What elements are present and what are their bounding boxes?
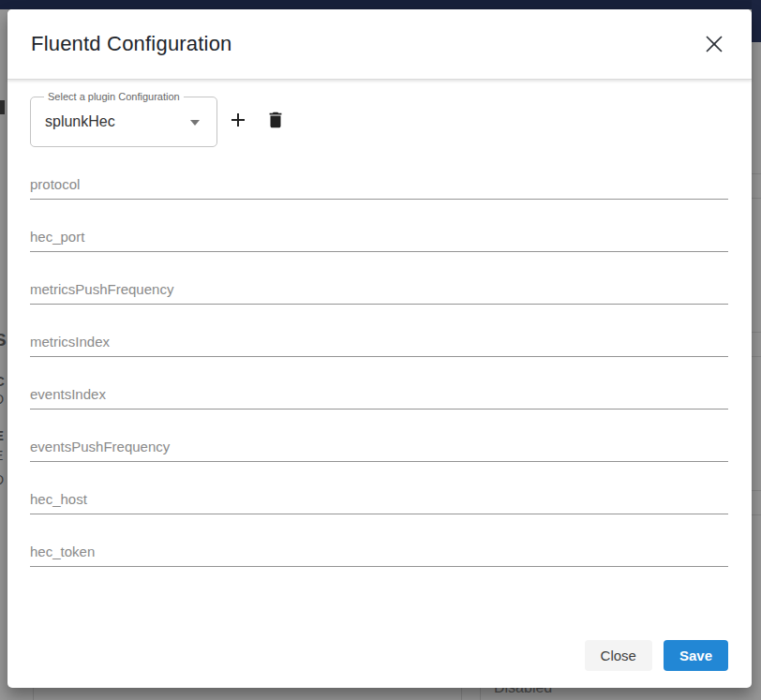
background-table-line [752, 356, 761, 357]
background-text-fragment: D [0, 392, 4, 407]
field-metrics-push-frequency [30, 280, 728, 305]
background-table-border [461, 688, 462, 700]
field-events-index [30, 385, 728, 410]
events-push-frequency-input[interactable] [30, 438, 728, 462]
dropdown-caret-icon [190, 120, 200, 126]
hec-port-input[interactable] [30, 228, 728, 252]
background-text-fragment [0, 100, 5, 114]
modal-title: Fluentd Configuration [31, 32, 232, 56]
metrics-index-input[interactable] [30, 333, 728, 357]
field-hec-token [30, 543, 728, 567]
background-table-line [752, 490, 761, 491]
delete-plugin-button[interactable] [261, 105, 291, 135]
save-button[interactable]: Save [664, 640, 728, 671]
field-events-push-frequency [30, 438, 728, 462]
background-right-edge [752, 0, 761, 700]
plus-icon [227, 109, 249, 131]
background-text-fragment: D [0, 472, 4, 487]
fluentd-configuration-modal: Fluentd Configuration Select a plugin Co… [7, 9, 752, 688]
background-text-fragment: S [0, 330, 7, 350]
background-text-fragment: C [0, 373, 5, 389]
background-text-fragment: E [0, 427, 4, 443]
background-app-header-corner [752, 0, 761, 42]
background-app-header-bar [0, 0, 761, 9]
field-hec-port [30, 228, 728, 252]
background-status-text: Disabled [494, 688, 552, 696]
field-hec-host [30, 490, 728, 514]
protocol-input[interactable] [30, 175, 728, 200]
close-icon [704, 34, 724, 54]
field-protocol [30, 175, 728, 200]
background-table-line [752, 173, 761, 174]
modal-close-button[interactable] [703, 33, 725, 55]
metrics-push-frequency-input[interactable] [30, 280, 728, 305]
plugin-configuration-select[interactable]: Select a plugin Configuration splunkHec [30, 97, 217, 147]
plugin-select-value: splunkHec [45, 97, 115, 146]
background-table-border [480, 688, 481, 700]
hec-host-input[interactable] [30, 490, 728, 514]
add-plugin-button[interactable] [223, 105, 253, 135]
background-table-border [33, 688, 34, 700]
field-metrics-index [30, 333, 728, 357]
background-text-fragment: E [0, 448, 3, 463]
background-table-line [752, 514, 761, 515]
hec-token-input[interactable] [30, 543, 728, 567]
close-button[interactable]: Close [585, 640, 652, 671]
background-bottom-edge: Disabled [0, 688, 761, 700]
modal-header: Fluentd Configuration [7, 9, 752, 80]
events-index-input[interactable] [30, 385, 728, 410]
background-table-line [752, 332, 761, 333]
trash-icon [265, 110, 286, 130]
background-table-line [752, 198, 761, 199]
modal-footer: Close Save [585, 640, 728, 671]
background-left-edge: S C D E E D [0, 9, 7, 700]
